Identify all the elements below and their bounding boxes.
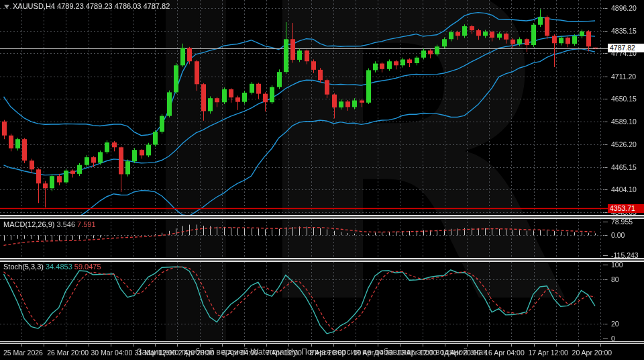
stoch-axis-label: 0 [611,334,615,343]
macd-signal-value: 7.591 [77,220,96,228]
macd-axis-label: 78.955 [611,218,633,226]
price-axis-label: 4404.10 [611,185,637,193]
panel-separator-macd[interactable] [0,215,644,219]
chart-window: R XAUUSD,H4 4789.23 4789.23 4786.03 4787… [0,0,644,360]
current-price-tag: 4787.82 [608,44,644,52]
stoch-signal-value: 59.0475 [74,263,101,271]
price-axis-label: 4835.15 [611,27,637,35]
time-axis-label: 17 Apr 12:00 [528,349,568,357]
watermark-text: Защищено пробной версией Watermarkly. По… [137,347,487,357]
stoch-main-value: 34.4853 [46,263,72,271]
macd-axis-label: -115.243 [611,251,639,259]
time-axis-label: 30 Mar 04:00 [91,349,132,357]
stoch-axis-label: 80 [611,275,619,283]
symbol-period: XAUUSD,H4 [13,2,55,10]
price-axis-label: 4589.10 [611,118,637,126]
ohlc-quote: 4789.23 4789.23 4786.03 4787.82 [57,2,170,10]
macd-main-value: 3.546 [56,220,75,228]
macd-axis-label: 0.00 [611,231,625,239]
chart-marker-icon [4,5,9,9]
panel-separator-stoch[interactable] [0,258,644,262]
stoch-axis-label: 20 [611,320,619,328]
price-axis-label: 4650.15 [611,95,637,103]
chart-title: XAUUSD,H4 4789.23 4789.23 4786.03 4787.8… [4,2,170,10]
time-axis-label: 16 Apr 04:00 [484,349,525,357]
price-axis-label: 4465.15 [611,163,637,171]
stoch-label: Stoch(5,3,3) 34.4853 59.0475 [3,263,101,271]
price-axis-label: 4526.20 [611,140,637,148]
macd-label: MACD(12,26,9) 3.546 7.591 [3,220,96,228]
time-axis-label: 25 Mar 2026 [3,349,43,357]
time-axis-label: 26 Mar 20:00 [47,349,89,357]
panel-separator-axis [0,341,644,344]
time-axis-label: 20 Apr 20:00 [572,349,612,357]
price-axis-label: 4711.20 [611,73,636,81]
chart-area[interactable] [0,0,644,360]
level-price-tag: 4353.71 [608,204,644,213]
stoch-axis-label: 100 [611,261,623,269]
price-axis-label: 4896.20 [611,4,637,12]
